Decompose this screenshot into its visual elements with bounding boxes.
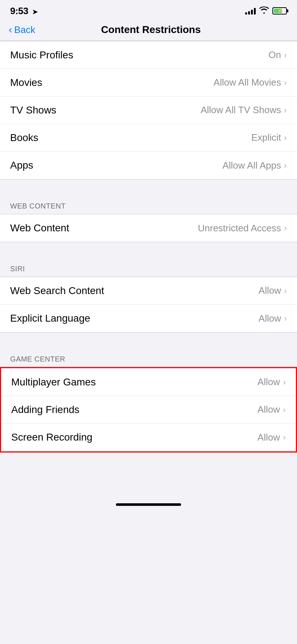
web-content-header: WEB CONTENT [0,194,297,214]
books-value: Explicit [251,132,281,143]
web-content-section: Web Content Unrestricted Access › [0,214,297,242]
adding-friends-value-container: Allow › [258,404,286,415]
explicit-language-value: Allow [259,313,281,324]
tv-shows-label: TV Shows [10,104,57,116]
battery-icon: ⚡ [272,7,287,15]
wifi-icon [259,7,269,16]
explicit-language-value-container: Allow › [259,313,287,324]
explicit-language-row[interactable]: Explicit Language Allow › [0,305,297,332]
web-content-chevron-icon: › [284,223,287,233]
books-label: Books [10,132,38,144]
gap-1 [0,179,297,194]
web-content-value-container: Unrestricted Access › [198,223,287,234]
status-icons: ⚡ [245,7,287,16]
web-content-value: Unrestricted Access [198,223,281,234]
web-search-row[interactable]: Web Search Content Allow › [0,277,297,305]
multiplayer-games-value: Allow [258,376,280,388]
explicit-language-label: Explicit Language [10,313,90,324]
screen-recording-value-container: Allow › [258,432,286,443]
music-profiles-chevron-icon: › [284,50,287,60]
web-content-row[interactable]: Web Content Unrestricted Access › [0,214,297,242]
main-section: Music Profiles On › Movies Allow All Mov… [0,41,297,179]
movies-value-container: Allow All Movies › [214,77,287,88]
home-bar [116,503,181,506]
adding-friends-row[interactable]: Adding Friends Allow › [1,396,296,424]
tv-shows-value-container: Allow All TV Shows › [201,104,287,116]
status-bar: 9:53 ➤ ⚡ [0,0,297,20]
movies-chevron-icon: › [284,78,287,88]
screen-recording-row[interactable]: Screen Recording Allow › [1,424,296,451]
status-time: 9:53 ➤ [10,5,37,17]
game-center-header: GAME CENTER [0,347,297,367]
web-search-value-container: Allow › [259,285,287,296]
web-search-chevron-icon: › [284,286,287,296]
adding-friends-chevron-icon: › [283,405,286,415]
explicit-language-chevron-icon: › [284,313,287,323]
home-indicator-area [0,496,297,517]
apps-value: Allow All Apps [222,160,281,171]
music-profiles-row[interactable]: Music Profiles On › [0,41,297,69]
books-value-container: Explicit › [251,132,287,143]
tv-shows-row[interactable]: TV Shows Allow All TV Shows › [0,96,297,124]
screen-recording-value: Allow [258,432,280,443]
web-content-label: Web Content [10,222,69,234]
music-profiles-value: On [268,49,281,61]
location-icon: ➤ [32,8,38,16]
web-search-label: Web Search Content [10,285,104,297]
multiplayer-games-chevron-icon: › [283,377,286,387]
movies-value: Allow All Movies [214,77,281,88]
apps-chevron-icon: › [284,160,287,170]
tv-shows-chevron-icon: › [284,105,287,115]
back-chevron-icon: ‹ [9,24,12,36]
books-chevron-icon: › [284,133,287,143]
game-center-section: Multiplayer Games Allow › Adding Friends… [1,368,296,451]
apps-label: Apps [10,160,33,171]
page-title: Content Restrictions [35,24,267,36]
siri-section: Web Search Content Allow › Explicit Lang… [0,277,297,333]
web-search-value: Allow [259,285,281,296]
signal-bars-icon [245,7,256,15]
apps-row[interactable]: Apps Allow All Apps › [0,152,297,179]
bottom-fill [0,453,297,496]
multiplayer-games-row[interactable]: Multiplayer Games Allow › [1,368,296,396]
gap-3 [0,333,297,347]
multiplayer-games-label: Multiplayer Games [11,376,96,388]
multiplayer-games-value-container: Allow › [258,376,286,388]
music-profiles-label: Music Profiles [10,49,73,61]
adding-friends-value: Allow [258,404,280,415]
movies-row[interactable]: Movies Allow All Movies › [0,69,297,96]
screen-recording-chevron-icon: › [283,432,286,442]
books-row[interactable]: Books Explicit › [0,124,297,152]
music-profiles-value-container: On › [268,49,287,61]
game-center-highlight-box: Multiplayer Games Allow › Adding Friends… [0,367,297,453]
back-button[interactable]: ‹ Back [9,24,35,36]
siri-header: SIRI [0,257,297,277]
apps-value-container: Allow All Apps › [222,160,287,171]
tv-shows-value: Allow All TV Shows [201,104,281,116]
screen-recording-label: Screen Recording [11,432,92,443]
movies-label: Movies [10,77,42,88]
back-label: Back [14,24,35,36]
nav-bar: ‹ Back Content Restrictions [0,20,297,41]
adding-friends-label: Adding Friends [11,404,79,416]
gap-2 [0,242,297,257]
